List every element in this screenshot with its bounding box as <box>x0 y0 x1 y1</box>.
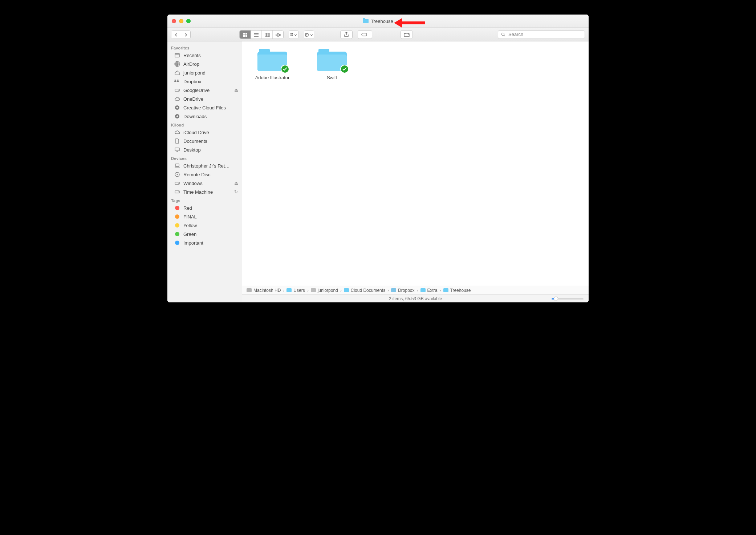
search-input[interactable] <box>508 31 582 37</box>
path-crumb[interactable]: Cloud Documents <box>344 288 385 293</box>
folder-icon <box>363 19 369 23</box>
file-label: Swift <box>327 75 337 80</box>
sidebar-item-important[interactable]: Important <box>167 238 242 247</box>
dropbox-icon <box>174 78 180 85</box>
synced-badge-icon <box>340 65 349 73</box>
arrange-menu[interactable] <box>289 30 299 39</box>
search-field[interactable] <box>498 30 585 39</box>
drive-icon <box>174 189 180 195</box>
folder-icon <box>317 49 347 71</box>
sidebar-item-windows[interactable]: Windows⏏ <box>167 179 242 188</box>
sidebar-item-green[interactable]: Green <box>167 230 242 238</box>
path-crumb[interactable]: Extra <box>420 288 438 293</box>
tag-dot-icon <box>174 205 180 211</box>
sync-icon[interactable]: ↻ <box>233 189 239 194</box>
sidebar-item-icloud-drive[interactable]: iCloud Drive <box>167 128 242 137</box>
back-button[interactable] <box>171 31 181 39</box>
list-view-button[interactable] <box>251 31 261 39</box>
tag-dot-icon <box>174 222 180 229</box>
tag-dot-icon <box>174 213 180 220</box>
documents-icon <box>174 138 180 144</box>
close-icon[interactable] <box>172 19 176 23</box>
home-icon <box>311 288 316 292</box>
svg-rect-10 <box>290 33 292 34</box>
traffic-lights <box>167 19 191 23</box>
svg-rect-28 <box>175 164 179 166</box>
tags-button[interactable] <box>358 30 372 39</box>
search-icon <box>501 32 505 37</box>
sidebar-item-yellow[interactable]: Yellow <box>167 221 242 230</box>
zoom-slider[interactable] <box>552 297 584 301</box>
file-item[interactable]: Swift <box>312 49 352 278</box>
file-label: Adobe Illustrator <box>255 75 290 80</box>
home-icon <box>174 69 180 76</box>
sidebar-item-dropbox[interactable]: Dropbox <box>167 77 242 86</box>
share-button[interactable] <box>340 30 353 39</box>
sidebar-item-red[interactable]: Red <box>167 204 242 212</box>
chevron-right-icon: › <box>282 288 285 293</box>
fold-icon <box>344 288 349 292</box>
sidebar-item-label: Important <box>183 240 203 246</box>
sidebar-item-label: Recents <box>183 53 201 58</box>
zoom-knob[interactable] <box>554 297 558 301</box>
sidebar-item-recents[interactable]: Recents <box>167 51 242 60</box>
sidebar-item-label: juniorpond <box>183 70 206 76</box>
path-bar[interactable]: Macintosh HD›Users›juniorpond›Cloud Docu… <box>242 286 589 294</box>
sidebar-item-final[interactable]: FINAL <box>167 212 242 221</box>
svg-point-34 <box>178 192 179 192</box>
sidebar-item-onedrive[interactable]: OneDrive <box>167 94 242 103</box>
minimize-icon[interactable] <box>179 19 183 23</box>
content-pane: Adobe IllustratorSwift Macintosh HD›User… <box>242 41 589 302</box>
status-bar: 2 items, 65.53 GB available <box>242 294 589 302</box>
sidebar-heading: Favorites <box>167 44 242 51</box>
chevron-right-icon: › <box>340 288 342 293</box>
eject-icon[interactable]: ⏏ <box>233 88 239 93</box>
forward-button[interactable] <box>181 31 190 39</box>
arrange-button[interactable] <box>289 31 298 39</box>
folder-icon <box>257 49 287 71</box>
action-button[interactable] <box>304 31 314 39</box>
sidebar-item-remote-disc[interactable]: Remote Disc <box>167 170 242 179</box>
new-folder-button[interactable] <box>401 30 413 39</box>
chevron-right-icon: › <box>416 288 419 293</box>
drive-icon <box>174 87 180 93</box>
path-crumb[interactable]: Treehouse <box>443 288 471 293</box>
path-crumb[interactable]: juniorpond <box>311 288 338 293</box>
sidebar-item-label: iCloud Drive <box>183 130 209 135</box>
sidebar-item-desktop[interactable]: Desktop <box>167 145 242 154</box>
gallery-view-button[interactable] <box>272 31 283 39</box>
icon-grid[interactable]: Adobe IllustratorSwift <box>242 41 589 286</box>
fold-icon <box>420 288 426 292</box>
sidebar[interactable]: FavoritesRecentsAirDropjuniorpondDropbox… <box>167 41 242 302</box>
sidebar-item-christopher-jr-s-ret-[interactable]: Christopher Jr's Ret… <box>167 161 242 170</box>
column-view-button[interactable] <box>261 31 272 39</box>
path-crumb[interactable]: Macintosh HD <box>247 288 281 293</box>
laptop-icon <box>174 162 180 169</box>
sidebar-item-label: Windows <box>183 181 203 186</box>
path-crumb[interactable]: Dropbox <box>391 288 414 293</box>
zoom-icon[interactable] <box>186 19 191 23</box>
sidebar-item-label: AirDrop <box>183 61 199 67</box>
disc-icon <box>174 171 180 178</box>
action-menu[interactable] <box>304 30 314 39</box>
icon-view-button[interactable] <box>240 31 251 39</box>
cloud-icon <box>174 96 180 102</box>
sidebar-item-label: OneDrive <box>183 96 203 102</box>
db-icon <box>391 288 396 292</box>
sidebar-item-googledrive[interactable]: GoogleDrive⏏ <box>167 86 242 94</box>
sidebar-item-downloads[interactable]: Downloads <box>167 112 242 121</box>
eject-icon[interactable]: ⏏ <box>233 181 239 186</box>
sidebar-heading: Devices <box>167 154 242 161</box>
downloads-icon <box>174 113 180 120</box>
sidebar-item-time-machine[interactable]: Time Machine↻ <box>167 188 242 196</box>
path-crumb-label: Dropbox <box>398 288 414 293</box>
sidebar-item-airdrop[interactable]: AirDrop <box>167 60 242 68</box>
sidebar-item-documents[interactable]: Documents <box>167 137 242 145</box>
title-bar[interactable]: Treehouse <box>167 15 589 28</box>
file-item[interactable]: Adobe Illustrator <box>252 49 292 278</box>
svg-point-25 <box>176 107 178 109</box>
sidebar-item-label: Remote Disc <box>183 172 210 177</box>
sidebar-item-creative-cloud-files[interactable]: Creative Cloud Files <box>167 103 242 112</box>
path-crumb[interactable]: Users <box>286 288 305 293</box>
sidebar-item-juniorpond[interactable]: juniorpond <box>167 68 242 77</box>
